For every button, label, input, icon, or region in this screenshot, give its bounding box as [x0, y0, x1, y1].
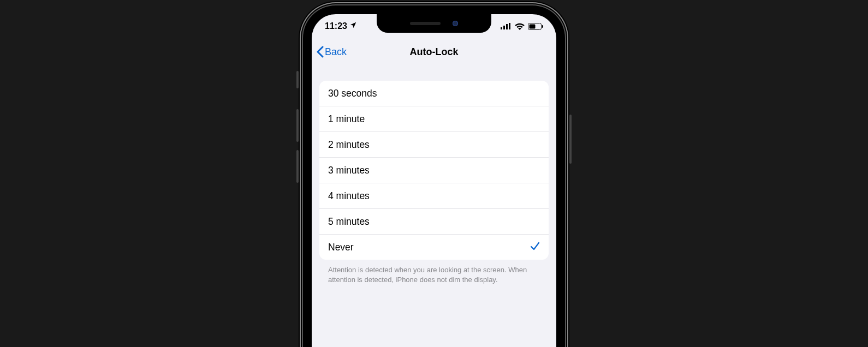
chevron-left-icon	[316, 46, 324, 58]
cellular-icon	[501, 23, 512, 29]
content: 30 seconds 1 minute 2 minutes	[312, 65, 556, 284]
option-never[interactable]: Never	[319, 234, 549, 260]
option-label: 1 minute	[328, 113, 365, 125]
phone-frame: 11:23	[303, 5, 565, 347]
screen: 11:23	[312, 14, 556, 347]
battery-icon	[528, 23, 543, 30]
wifi-icon	[515, 23, 525, 30]
back-button[interactable]: Back	[316, 38, 347, 65]
svg-rect-3	[509, 23, 510, 29]
option-label: 4 minutes	[328, 190, 370, 202]
option-label: 2 minutes	[328, 139, 370, 151]
checkmark-icon	[530, 241, 540, 254]
option-2-minutes[interactable]: 2 minutes	[319, 131, 549, 157]
svg-rect-2	[506, 24, 508, 29]
status-bar: 11:23	[312, 14, 556, 38]
back-label: Back	[325, 46, 347, 58]
option-label: Never	[328, 242, 354, 253]
svg-rect-0	[501, 27, 502, 29]
volume-up-button	[296, 109, 299, 142]
mute-switch	[296, 71, 299, 88]
svg-rect-1	[503, 26, 505, 29]
svg-rect-5	[542, 25, 543, 28]
option-4-minutes[interactable]: 4 minutes	[319, 183, 549, 208]
side-button	[569, 115, 572, 164]
option-1-minute[interactable]: 1 minute	[319, 106, 549, 131]
footer-note: Attention is detected when you are looki…	[319, 260, 549, 284]
nav-bar: Back Auto-Lock	[312, 38, 556, 65]
options-list: 30 seconds 1 minute 2 minutes	[319, 81, 549, 260]
location-icon	[349, 21, 357, 31]
option-label: 3 minutes	[328, 165, 370, 176]
status-time: 11:23	[325, 21, 347, 31]
option-label: 5 minutes	[328, 216, 370, 228]
option-label: 30 seconds	[328, 88, 377, 99]
svg-rect-6	[530, 24, 536, 28]
option-3-minutes[interactable]: 3 minutes	[319, 157, 549, 183]
volume-down-button	[296, 150, 299, 183]
page-title: Auto-Lock	[410, 46, 459, 58]
option-5-minutes[interactable]: 5 minutes	[319, 208, 549, 234]
option-30-seconds[interactable]: 30 seconds	[319, 81, 549, 106]
